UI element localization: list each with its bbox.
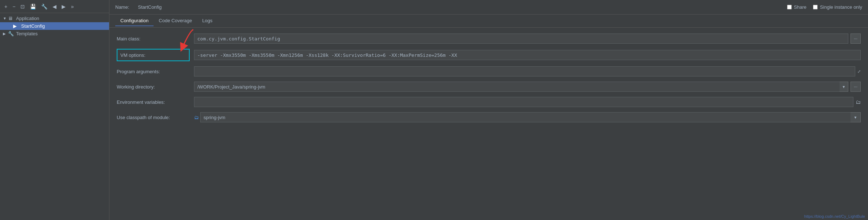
main-content: Name: StartConfig Share Single instance … <box>109 0 868 220</box>
main-class-input[interactable] <box>194 34 848 44</box>
settings-icon[interactable]: 🔧 <box>40 3 49 10</box>
single-instance-label: Single instance only <box>820 4 862 10</box>
working-directory-browse-button[interactable]: ··· <box>850 82 861 92</box>
program-arguments-input-wrap: ⤢ <box>194 66 861 76</box>
remove-icon[interactable]: − <box>11 3 17 10</box>
tree-arrow-startconfig <box>8 24 13 28</box>
add-icon[interactable]: + <box>3 3 9 10</box>
environment-variables-label: Environment variables: <box>117 99 190 105</box>
back-icon[interactable]: ◀ <box>51 3 58 10</box>
share-checkbox[interactable] <box>787 5 792 9</box>
more-icon[interactable]: » <box>69 3 75 10</box>
environment-variables-input-wrap: 🗂 <box>194 97 861 107</box>
vm-options-input-wrap <box>194 50 861 60</box>
working-directory-label: Working directory: <box>117 84 190 90</box>
classpath-module-label: Use classpath of module: <box>117 115 190 120</box>
environment-variables-input[interactable] <box>194 97 853 107</box>
working-directory-dropdown-button[interactable]: ▼ <box>840 82 848 92</box>
vm-options-label: VM options: <box>120 52 146 58</box>
tree-label-templates: Templates <box>16 31 38 36</box>
tree-area: ▼ 🖥 Application ▶ StartConfig ▶ 🔧 Templa… <box>0 13 109 220</box>
main-class-label: Main class: <box>117 36 190 42</box>
share-checkbox-item[interactable]: Share <box>787 4 807 10</box>
module-folder-icon: 🗂 <box>194 115 199 120</box>
tree-label-startconfig: StartConfig <box>21 23 45 29</box>
name-value: StartConfig <box>138 4 162 10</box>
tree-item-startconfig[interactable]: ▶ StartConfig <box>0 22 109 30</box>
vm-options-row: VM options: <box>117 49 861 61</box>
form-area: Main class: ··· VM options: <box>109 28 868 220</box>
save-icon[interactable]: 💾 <box>28 3 38 10</box>
vm-options-input[interactable] <box>194 50 861 60</box>
vm-options-label-container: VM options: <box>117 49 190 61</box>
url-hint: https://blog.csdn.net/Cy_LightBule <box>804 214 865 219</box>
run-icon: ▶ <box>13 23 20 29</box>
program-arguments-input[interactable] <box>194 66 855 76</box>
single-instance-checkbox-item[interactable]: Single instance only <box>813 4 862 10</box>
expand-icon[interactable]: ⤢ <box>857 69 861 74</box>
share-label: Share <box>794 4 807 10</box>
classpath-module-select[interactable]: spring-jvm <box>200 112 861 122</box>
tabs-bar: Configuration Code Coverage Logs <box>109 15 868 28</box>
program-arguments-label: Program arguments: <box>117 69 190 74</box>
folder-icon[interactable]: 🗂 <box>856 99 861 105</box>
program-arguments-row: Program arguments: ⤢ <box>117 66 861 76</box>
main-class-row: Main class: ··· <box>117 34 861 44</box>
header-options: Share Single instance only <box>787 4 862 10</box>
module-dropdown-arrow[interactable]: ▼ <box>850 112 861 122</box>
tab-configuration[interactable]: Configuration <box>115 16 154 26</box>
tab-logs[interactable]: Logs <box>197 16 217 26</box>
name-label: Name: <box>115 4 129 10</box>
application-icon: 🖥 <box>8 16 15 21</box>
working-directory-row: Working directory: ▼ ··· <box>117 82 861 92</box>
environment-variables-row: Environment variables: 🗂 <box>117 97 861 107</box>
tab-code-coverage[interactable]: Code Coverage <box>154 16 197 26</box>
forward-icon[interactable]: ▶ <box>60 3 67 10</box>
templates-icon: 🔧 <box>8 31 15 36</box>
working-directory-input-wrap: ▼ ··· <box>194 82 861 92</box>
tree-item-templates[interactable]: ▶ 🔧 Templates <box>0 30 109 38</box>
toolbar: + − ⊡ 💾 🔧 ◀ ▶ » <box>0 0 109 13</box>
tree-arrow-templates: ▶ <box>3 32 8 36</box>
main-class-browse-button[interactable]: ··· <box>850 34 861 44</box>
tree-label-application: Application <box>16 16 39 21</box>
copy-icon[interactable]: ⊡ <box>19 3 26 10</box>
classpath-module-select-wrap: 🗂 spring-jvm ▼ <box>194 112 861 122</box>
main-class-input-wrap: ··· <box>194 34 861 44</box>
single-instance-checkbox[interactable] <box>813 5 818 9</box>
tree-arrow-application: ▼ <box>3 16 8 20</box>
working-directory-input[interactable] <box>194 82 840 92</box>
tree-item-application[interactable]: ▼ 🖥 Application <box>0 15 109 22</box>
classpath-module-row: Use classpath of module: 🗂 spring-jvm ▼ <box>117 112 861 122</box>
sidebar: + − ⊡ 💾 🔧 ◀ ▶ » ▼ 🖥 Application ▶ StartC… <box>0 0 109 220</box>
header-bar: Name: StartConfig Share Single instance … <box>109 0 868 15</box>
